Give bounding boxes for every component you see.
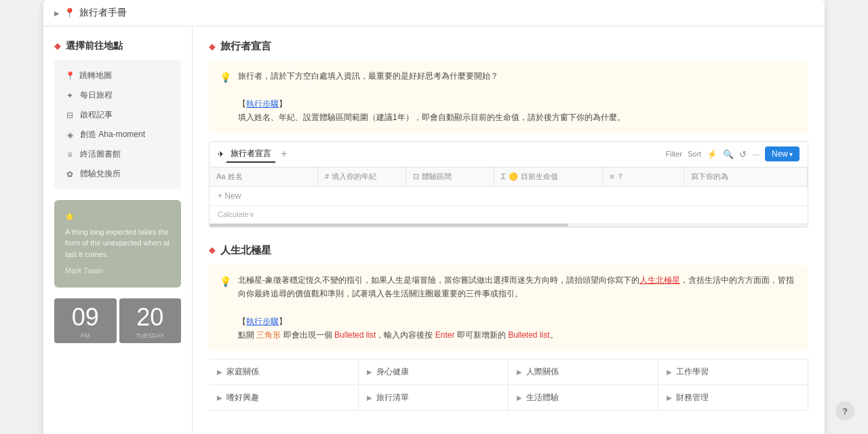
quote-box: ⭐ A thing long expected takes the form o… [54, 200, 181, 288]
bulb-icon: 💡 [220, 70, 231, 125]
category-travel-label: 旅行清單 [376, 392, 409, 403]
col-hash-icon: # [325, 172, 329, 180]
nav-pin-icon: 📍 [65, 71, 75, 81]
execution-steps-link[interactable]: 執行步驟 [246, 99, 279, 108]
sidebar-item-daily[interactable]: ✦ 每日旅程 [60, 85, 176, 105]
db-toolbar-left: ✈ 旅行者宣言 + [218, 146, 662, 163]
scroll-bar-thumb [210, 224, 568, 226]
library-icon: ≡ [65, 150, 75, 159]
db-col-status: ≡ ？ [603, 167, 684, 186]
info-bracket-start: 【 [238, 99, 246, 108]
category-hobby-arrow: ▶ [217, 394, 222, 401]
calculate-chevron: ∨ [249, 210, 254, 219]
db-col-sum: Σ 🟡 目前生命值 [494, 167, 603, 186]
more-icon[interactable]: ··· [752, 149, 760, 159]
northstar-info-box: 💡 北極星-象徵著穩定恆久不變的指引，如果人生是場冒險，當你嘗試做出選擇而迷失方… [209, 265, 808, 351]
northstar-info-text: 北極星-象徵著穩定恆久不變的指引，如果人生是場冒險，當你嘗試做出選擇而迷失方向時… [238, 273, 797, 342]
new-button-chevron-icon: ▾ [789, 151, 793, 158]
sidebar-item-library-label: 終活圖書館 [80, 149, 121, 160]
calculate-row[interactable]: Calculate ∨ [210, 206, 808, 223]
db-tab-airplane-icon: ✈ [218, 150, 224, 159]
sidebar-item-journey-label: 啟程記事 [80, 109, 113, 121]
col-write-label: 寫下你的為 [691, 172, 728, 182]
db-add-row[interactable]: + New [210, 186, 808, 206]
northstar-enter-text: Enter [435, 330, 455, 340]
col-status-dot: 🟡 [509, 172, 518, 181]
clock-hour: 09 [72, 305, 99, 330]
col-status-label: ？ [616, 172, 624, 182]
northstar-text3: 點開 [238, 330, 254, 340]
db-tab-declaration[interactable]: 旅行者宣言 [226, 146, 275, 163]
col-list-icon: ≡ [610, 172, 614, 180]
northstar-header: ◆ 人生北極星 [209, 244, 808, 257]
category-health[interactable]: ▶ 身心健康 [359, 359, 509, 385]
clock-period: PM [81, 332, 90, 339]
category-health-label: 身心健康 [376, 366, 409, 378]
sidebar: ◆ 選擇前往地點 📍 跳轉地圖 ✦ 每日旅程 ⊟ 啟程記事 ◈ 創 [43, 26, 193, 434]
search-icon[interactable]: 🔍 [723, 149, 734, 159]
northstar-title: 人生北極星 [220, 244, 271, 257]
northstar-text4: 即會出現一個 [283, 330, 332, 340]
diamond-icon: ◆ [54, 41, 60, 51]
filter-button[interactable]: Filter [666, 150, 682, 158]
sidebar-item-aha[interactable]: ◈ 創造 Aha-moment [60, 125, 176, 144]
category-health-arrow: ▶ [367, 368, 372, 376]
category-finance[interactable]: ▶ 財務管理 [658, 385, 808, 411]
sidebar-title-text: 選擇前往地點 [66, 40, 123, 52]
category-travel[interactable]: ▶ 旅行清單 [359, 385, 509, 411]
category-hobby[interactable]: ▶ 嗜好興趣 [209, 385, 359, 411]
sidebar-section-title: ◆ 選擇前往地點 [54, 40, 181, 52]
declaration-diamond-icon: ◆ [209, 42, 215, 52]
db-header-row: Aa 姓名 # 填入你的年紀 ⊡ 體驗區間 Σ [210, 167, 808, 186]
northstar-triangle-text: 三角形 [256, 330, 281, 340]
northstar-step-link[interactable]: 執行步驟 [246, 317, 279, 326]
sidebar-item-aha-label: 創造 Aha-moment [80, 129, 145, 140]
category-social-arrow: ▶ [517, 368, 522, 376]
sidebar-item-exchange[interactable]: ✿ 體驗兌換所 [60, 164, 176, 184]
category-finance-label: 財務管理 [676, 392, 709, 403]
category-life[interactable]: ▶ 生活體驗 [509, 385, 658, 411]
declaration-info-box: 💡 旅行者，請於下方空白處填入資訊，最重要的是好好思考為什麼要開始？ 【執行步驟… [209, 61, 808, 133]
category-life-arrow: ▶ [517, 394, 522, 401]
declaration-info-text: 旅行者，請於下方空白處填入資訊，最重要的是好好思考為什麼要開始？ 【執行步驟】 … [238, 69, 797, 125]
quote-text: A thing long expected takes the form of … [65, 228, 170, 258]
lightning-icon[interactable]: ⚡ [707, 149, 717, 159]
sort-button[interactable]: Sort [688, 150, 701, 158]
add-view-button[interactable]: + [278, 148, 290, 160]
breadcrumb-arrow: ▶ [54, 9, 60, 17]
category-work[interactable]: ▶ 工作學習 [658, 359, 808, 385]
content-area: ◆ 選擇前往地點 📍 跳轉地圖 ✦ 每日旅程 ⊟ 啟程記事 ◈ 創 [43, 26, 825, 434]
northstar-text6: 即可新增新的 [457, 330, 506, 340]
new-button[interactable]: New ▾ [765, 146, 800, 161]
declaration-title: 旅行者宣言 [220, 40, 271, 53]
sidebar-item-library[interactable]: ≡ 終活圖書館 [60, 144, 176, 164]
info-text-line1: 旅行者，請於下方空白處填入資訊，最重要的是好好思考為什麼要開始？ [238, 71, 498, 81]
sidebar-item-journey[interactable]: ⊟ 啟程記事 [60, 105, 176, 125]
northstar-section: ◆ 人生北極星 💡 北極星-象徵著穩定恆久不變的指引，如果人生是場冒險，當你嘗試… [209, 244, 808, 411]
sidebar-item-exchange-label: 體驗兌換所 [80, 168, 121, 180]
help-button[interactable]: ? [835, 401, 854, 420]
category-work-arrow: ▶ [667, 368, 672, 376]
northstar-step-bracket-end: 】 [279, 317, 287, 326]
info-bracket-end: 】 [279, 99, 287, 108]
northstar-bulleted1: Bulleted list [334, 330, 376, 340]
clock-minute-box: 20 TUESDAY [119, 298, 182, 343]
sidebar-item-daily-label: 每日旅程 [80, 90, 113, 101]
database-container: ✈ 旅行者宣言 + Filter Sort ⚡ 🔍 ↺ ··· [209, 141, 808, 228]
northstar-red-link[interactable]: 人生北極星 [639, 275, 680, 285]
northstar-text7: 。 [550, 330, 558, 340]
db-toolbar: ✈ 旅行者宣言 + Filter Sort ⚡ 🔍 ↺ ··· [210, 142, 808, 167]
northstar-step-bracket-start: 【 [238, 317, 246, 326]
sidebar-nav-header: 📍 跳轉地圖 [60, 66, 176, 85]
add-row-label: + New [218, 191, 241, 201]
category-work-label: 工作學習 [676, 366, 709, 378]
category-family-arrow: ▶ [217, 368, 222, 376]
refresh-icon[interactable]: ↺ [739, 149, 747, 159]
aha-icon: ◈ [65, 130, 75, 140]
category-social[interactable]: ▶ 人際關係 [509, 359, 658, 385]
category-finance-arrow: ▶ [667, 394, 672, 401]
clock-minute: 20 [136, 305, 163, 330]
category-family[interactable]: ▶ 家庭關係 [209, 359, 359, 385]
scroll-bar-area [210, 223, 808, 227]
breadcrumb-pin-icon: 📍 [64, 7, 75, 18]
